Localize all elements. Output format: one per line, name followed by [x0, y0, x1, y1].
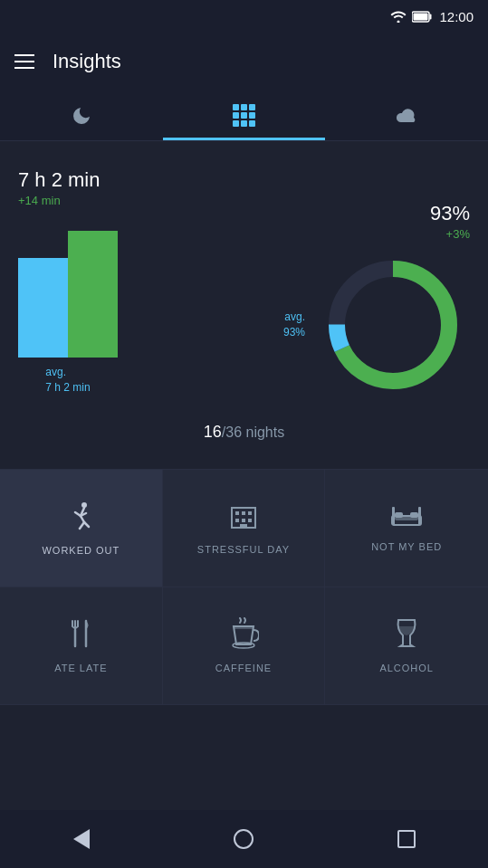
home-button[interactable] — [227, 823, 260, 855]
svg-rect-23 — [418, 507, 421, 525]
donut-avg-value: 93% — [283, 326, 305, 339]
main-content: 7 h 2 min +14 min avg. 7 h 2 min 93% +3% — [0, 141, 488, 469]
status-icons — [390, 10, 432, 23]
cloud-icon — [395, 107, 418, 125]
grid-item-alcohol[interactable]: ALCOHOL — [325, 587, 488, 705]
building-icon — [228, 501, 259, 535]
bar-previous — [18, 258, 68, 358]
donut-chart — [316, 255, 470, 396]
battery-icon — [412, 11, 432, 23]
bar-avg-label: avg. 7 h 2 min — [45, 365, 90, 396]
sleep-stat-section: 7 h 2 min +14 min avg. 7 h 2 min — [18, 168, 235, 396]
recent-icon — [397, 830, 416, 848]
back-icon — [73, 829, 90, 849]
svg-rect-20 — [240, 524, 247, 528]
bar-chart: avg. 7 h 2 min — [18, 222, 118, 396]
svg-rect-15 — [242, 511, 245, 515]
page-title: Insights — [53, 50, 121, 73]
app-header: Insights — [0, 33, 488, 91]
svg-rect-25 — [395, 512, 403, 518]
worked-out-label: WORKED OUT — [42, 545, 120, 556]
run-icon — [64, 500, 97, 536]
donut-avg-label: avg. 93% — [283, 310, 305, 340]
stats-row: 7 h 2 min +14 min avg. 7 h 2 min 93% +3% — [18, 159, 470, 414]
grid-item-ate-late[interactable]: ATE LATE — [0, 587, 163, 705]
grid-item-not-my-bed[interactable]: NOT MY BED — [325, 470, 488, 587]
time-display: 12:00 — [439, 9, 474, 24]
svg-line-10 — [80, 522, 84, 529]
insights-grid: WORKED OUT STRESSFUL DAY — [0, 469, 488, 705]
svg-rect-16 — [248, 511, 252, 515]
status-bar: 12:00 — [0, 0, 488, 33]
recent-button[interactable] — [390, 823, 423, 855]
bottom-nav — [0, 810, 488, 868]
grid-item-worked-out[interactable]: WORKED OUT — [0, 470, 163, 587]
avg-text: avg. — [45, 366, 66, 378]
coffee-icon — [228, 617, 259, 653]
nights-rest: /36 nights — [222, 424, 284, 440]
caffeine-label: CAFFEINE — [215, 663, 272, 673]
nights-highlight: 16 — [204, 423, 222, 441]
menu-button[interactable] — [14, 54, 34, 69]
avg-value: 7 h 2 min — [45, 381, 90, 394]
back-button[interactable] — [65, 823, 98, 855]
svg-rect-18 — [242, 519, 245, 522]
nights-indicator: 16/36 nights — [18, 414, 470, 460]
quality-delta: +3% — [446, 227, 470, 241]
sleep-value: 7 h 2 min — [18, 168, 100, 192]
grid-icon — [233, 104, 255, 127]
ate-late-label: ATE LATE — [54, 663, 107, 673]
svg-rect-32 — [234, 626, 254, 629]
svg-line-11 — [84, 522, 89, 527]
grid-item-caffeine[interactable]: CAFFEINE — [163, 587, 326, 705]
svg-rect-22 — [392, 507, 395, 525]
bars — [18, 222, 118, 358]
svg-rect-17 — [235, 519, 239, 522]
tab-sleep[interactable] — [0, 91, 163, 140]
fork-icon — [67, 617, 94, 653]
stressful-day-label: STRESSFUL DAY — [197, 544, 290, 555]
svg-rect-1 — [430, 14, 432, 19]
tab-weather[interactable] — [325, 91, 488, 140]
wine-icon — [394, 617, 419, 653]
quality-stat-section: 93% +3% avg. 93% — [254, 202, 471, 396]
tab-grid[interactable] — [163, 91, 326, 140]
not-my-bed-label: NOT MY BED — [371, 541, 442, 552]
donut-wrapper: avg. 93% — [283, 255, 470, 396]
svg-rect-14 — [235, 511, 239, 515]
moon-icon — [71, 105, 92, 127]
svg-rect-19 — [248, 519, 252, 522]
svg-rect-26 — [410, 512, 418, 518]
bar-current — [68, 231, 118, 358]
bed-icon — [390, 503, 423, 532]
svg-rect-2 — [414, 13, 428, 20]
bar-chart-wrapper: avg. 7 h 2 min — [18, 222, 118, 396]
tab-bar — [0, 91, 488, 141]
alcohol-label: ALCOHOL — [379, 663, 434, 673]
grid-item-stressful-day[interactable]: STRESSFUL DAY — [163, 470, 326, 587]
donut-avg-text: avg. — [284, 310, 305, 323]
quality-value: 93% — [430, 202, 470, 225]
sleep-delta: +14 min — [18, 194, 61, 207]
wifi-icon — [390, 10, 407, 23]
home-icon — [234, 829, 254, 849]
